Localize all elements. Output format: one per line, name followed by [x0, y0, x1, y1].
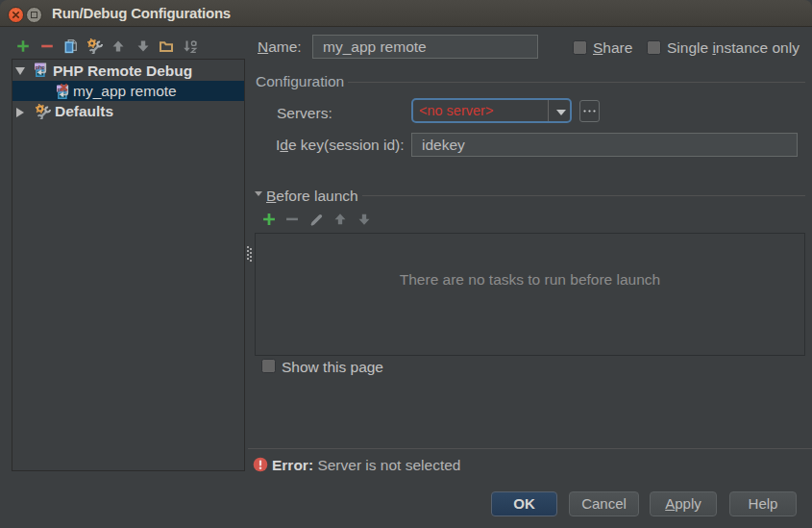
svg-text:php: php	[36, 64, 46, 70]
